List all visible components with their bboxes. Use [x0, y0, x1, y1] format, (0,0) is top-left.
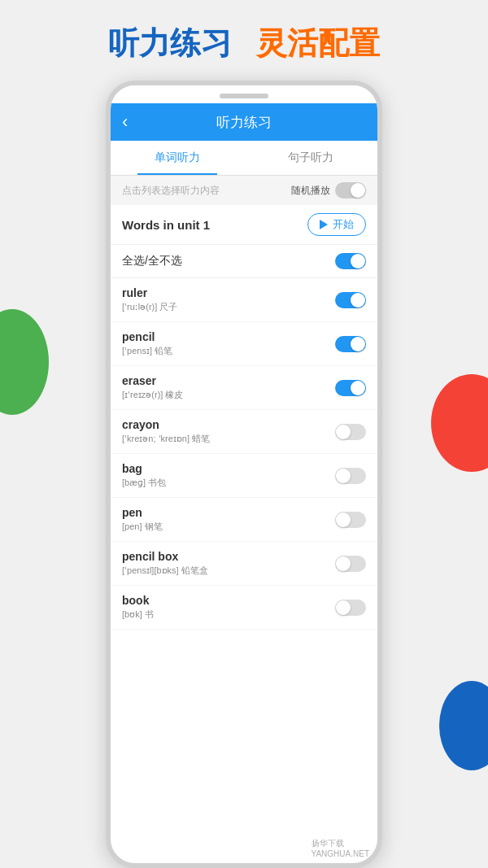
word-info: pen[pen] 钢笔: [122, 506, 163, 533]
list-item: book[bʊk] 书: [111, 586, 377, 630]
word-info: pencil box[ˈpensɪl][bɒks] 铅笔盒: [122, 550, 208, 577]
word-phonetic: [ˈruːlə(r)] 尺子: [122, 301, 177, 313]
start-button-label: 开始: [333, 217, 354, 232]
word-toggle[interactable]: [335, 380, 366, 396]
word-name: crayon: [122, 418, 210, 431]
word-name: pen: [122, 506, 163, 519]
list-item: pen[pen] 钢笔: [111, 498, 377, 542]
word-toggle[interactable]: [335, 424, 366, 440]
tab-word-listening[interactable]: 单词听力: [111, 141, 244, 175]
word-info: eraser[ɪˈreɪzə(r)] 橡皮: [122, 374, 183, 401]
tabs-bar: 单词听力 句子听力: [111, 141, 377, 176]
phone-speaker: [220, 94, 268, 98]
word-toggle[interactable]: [335, 336, 366, 352]
word-info: book[bʊk] 书: [122, 594, 154, 621]
back-button[interactable]: ‹: [122, 111, 128, 133]
words-header-row: Words in unit 1 开始: [111, 205, 377, 245]
word-name: eraser: [122, 374, 183, 387]
list-item: pencil[ˈpensɪ] 铅笔: [111, 322, 377, 366]
words-in-unit-label: Words in unit 1: [122, 218, 210, 232]
page-container: 听力练习 灵活配置 ‹ 听力练习 单词听力 句子听力 点击列表选择听力内容 随机…: [0, 0, 488, 868]
header-title: 听力练习: [216, 113, 272, 132]
watermark: 扬华下载 YANGHUA.NET: [312, 838, 370, 858]
word-toggle[interactable]: [335, 468, 366, 484]
phone-top-bar: [111, 85, 377, 103]
top-heading-area: 听力练习 灵活配置: [0, 0, 488, 81]
list-item: bag[bæɡ] 书包: [111, 454, 377, 498]
word-phonetic: [bæɡ] 书包: [122, 477, 166, 489]
word-name: ruler: [122, 286, 177, 299]
subtitle-bar: 点击列表选择听力内容 随机播放: [111, 176, 377, 205]
random-play-area: 随机播放: [291, 182, 366, 198]
word-name: book: [122, 594, 154, 607]
word-info: pencil[ˈpensɪ] 铅笔: [122, 330, 172, 357]
word-info: crayon[ˈkreɪən; ˈkreɪɒn] 蜡笔: [122, 418, 210, 445]
app-header: ‹ 听力练习: [111, 103, 377, 141]
word-name: bag: [122, 462, 166, 475]
start-button[interactable]: 开始: [307, 213, 366, 236]
word-toggle[interactable]: [335, 512, 366, 528]
tab-sentence-listening[interactable]: 句子听力: [244, 141, 377, 175]
word-name: pencil box: [122, 550, 208, 563]
heading-blue: 听力练习: [108, 23, 232, 64]
word-toggle[interactable]: [335, 292, 366, 308]
select-all-label: 全选/全不选: [122, 254, 182, 268]
play-icon: [320, 220, 328, 229]
list-item: crayon[ˈkreɪən; ˈkreɪɒn] 蜡笔: [111, 410, 377, 454]
word-phonetic: [bʊk] 书: [122, 608, 154, 621]
word-phonetic: [ɪˈreɪzə(r)] 橡皮: [122, 389, 183, 401]
list-item: pencil box[ˈpensɪl][bɒks] 铅笔盒: [111, 542, 377, 586]
select-all-row: 全选/全不选: [111, 245, 377, 278]
word-toggle[interactable]: [335, 556, 366, 572]
word-toggle[interactable]: [335, 600, 366, 616]
word-phonetic: [ˈpensɪ] 铅笔: [122, 345, 172, 357]
word-list: ruler[ˈruːlə(r)] 尺子pencil[ˈpensɪ] 铅笔eras…: [111, 278, 377, 630]
list-item: ruler[ˈruːlə(r)] 尺子: [111, 278, 377, 322]
phone-frame: ‹ 听力练习 单词听力 句子听力 点击列表选择听力内容 随机播放 Words i…: [106, 81, 382, 868]
subtitle-hint: 点击列表选择听力内容: [122, 184, 220, 198]
word-phonetic: [ˈpensɪl][bɒks] 铅笔盒: [122, 565, 208, 577]
word-info: bag[bæɡ] 书包: [122, 462, 166, 489]
word-phonetic: [pen] 钢笔: [122, 521, 163, 533]
word-info: ruler[ˈruːlə(r)] 尺子: [122, 286, 177, 313]
random-play-label: 随机播放: [291, 184, 330, 198]
list-item: eraser[ɪˈreɪzə(r)] 橡皮: [111, 366, 377, 410]
word-name: pencil: [122, 330, 172, 343]
word-phonetic: [ˈkreɪən; ˈkreɪɒn] 蜡笔: [122, 433, 210, 445]
random-play-toggle[interactable]: [335, 182, 366, 198]
select-all-toggle[interactable]: [335, 253, 366, 269]
heading-orange: 灵活配置: [256, 23, 380, 64]
